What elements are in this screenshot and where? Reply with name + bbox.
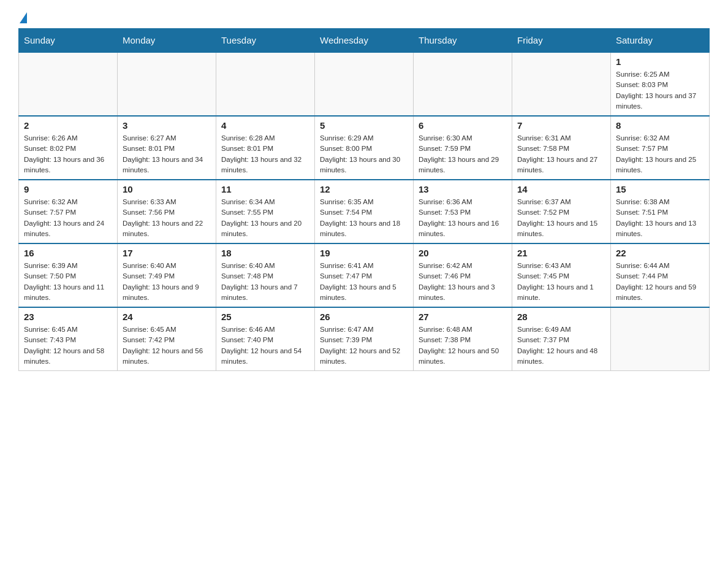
- calendar-cell: 19Sunrise: 6:41 AM Sunset: 7:47 PM Dayli…: [315, 243, 414, 307]
- calendar-cell: 1Sunrise: 6:25 AM Sunset: 8:03 PM Daylig…: [611, 52, 710, 116]
- day-info: Sunrise: 6:32 AM Sunset: 7:57 PM Dayligh…: [616, 133, 704, 175]
- day-number: 19: [320, 248, 408, 258]
- page-header: [18, 12, 710, 22]
- day-info: Sunrise: 6:34 AM Sunset: 7:55 PM Dayligh…: [221, 197, 309, 239]
- day-info: Sunrise: 6:40 AM Sunset: 7:49 PM Dayligh…: [123, 261, 211, 303]
- day-info: Sunrise: 6:46 AM Sunset: 7:40 PM Dayligh…: [221, 324, 309, 367]
- day-info: Sunrise: 6:28 AM Sunset: 8:01 PM Dayligh…: [221, 133, 309, 175]
- day-number: 13: [419, 184, 507, 194]
- day-number: 20: [419, 248, 507, 258]
- day-header-wednesday: Wednesday: [315, 29, 414, 53]
- day-header-saturday: Saturday: [611, 29, 710, 53]
- calendar-cell: 21Sunrise: 6:43 AM Sunset: 7:45 PM Dayli…: [512, 243, 611, 307]
- day-number: 23: [24, 312, 112, 322]
- calendar-cell: 22Sunrise: 6:44 AM Sunset: 7:44 PM Dayli…: [611, 243, 710, 307]
- day-info: Sunrise: 6:45 AM Sunset: 7:42 PM Dayligh…: [123, 324, 211, 367]
- day-header-monday: Monday: [118, 29, 216, 53]
- day-info: Sunrise: 6:35 AM Sunset: 7:54 PM Dayligh…: [320, 197, 408, 239]
- calendar-cell: 7Sunrise: 6:31 AM Sunset: 7:58 PM Daylig…: [512, 116, 611, 180]
- day-number: 6: [419, 120, 507, 131]
- calendar-cell: [512, 52, 611, 116]
- calendar-cell: 8Sunrise: 6:32 AM Sunset: 7:57 PM Daylig…: [611, 116, 710, 180]
- day-number: 7: [517, 120, 605, 131]
- day-number: 11: [221, 184, 309, 194]
- calendar-week-5: 23Sunrise: 6:45 AM Sunset: 7:43 PM Dayli…: [19, 307, 710, 371]
- day-number: 8: [616, 120, 704, 131]
- day-info: Sunrise: 6:26 AM Sunset: 8:02 PM Dayligh…: [24, 133, 112, 175]
- calendar-cell: 4Sunrise: 6:28 AM Sunset: 8:01 PM Daylig…: [216, 116, 315, 180]
- day-info: Sunrise: 6:48 AM Sunset: 7:38 PM Dayligh…: [419, 324, 507, 367]
- calendar-cell: 27Sunrise: 6:48 AM Sunset: 7:38 PM Dayli…: [414, 307, 512, 371]
- calendar-cell: 28Sunrise: 6:49 AM Sunset: 7:37 PM Dayli…: [512, 307, 611, 371]
- calendar-cell: 12Sunrise: 6:35 AM Sunset: 7:54 PM Dayli…: [315, 180, 414, 243]
- day-info: Sunrise: 6:32 AM Sunset: 7:57 PM Dayligh…: [24, 197, 112, 239]
- day-info: Sunrise: 6:37 AM Sunset: 7:52 PM Dayligh…: [517, 197, 605, 239]
- calendar-week-2: 2Sunrise: 6:26 AM Sunset: 8:02 PM Daylig…: [19, 116, 710, 180]
- calendar-cell: 25Sunrise: 6:46 AM Sunset: 7:40 PM Dayli…: [216, 307, 315, 371]
- day-header-tuesday: Tuesday: [216, 29, 315, 53]
- day-number: 12: [320, 184, 408, 194]
- day-number: 9: [24, 184, 112, 194]
- day-header-sunday: Sunday: [19, 29, 118, 53]
- calendar-cell: 10Sunrise: 6:33 AM Sunset: 7:56 PM Dayli…: [118, 180, 216, 243]
- day-header-friday: Friday: [512, 29, 611, 53]
- calendar-cell: 18Sunrise: 6:40 AM Sunset: 7:48 PM Dayli…: [216, 243, 315, 307]
- calendar-cell: 23Sunrise: 6:45 AM Sunset: 7:43 PM Dayli…: [19, 307, 118, 371]
- calendar-cell: 9Sunrise: 6:32 AM Sunset: 7:57 PM Daylig…: [19, 180, 118, 243]
- day-number: 15: [616, 184, 704, 194]
- day-number: 24: [123, 312, 211, 322]
- day-header-thursday: Thursday: [414, 29, 512, 53]
- calendar-cell: 2Sunrise: 6:26 AM Sunset: 8:02 PM Daylig…: [19, 116, 118, 180]
- day-number: 28: [517, 312, 605, 322]
- day-info: Sunrise: 6:33 AM Sunset: 7:56 PM Dayligh…: [123, 197, 211, 239]
- calendar-cell: 26Sunrise: 6:47 AM Sunset: 7:39 PM Dayli…: [315, 307, 414, 371]
- day-info: Sunrise: 6:39 AM Sunset: 7:50 PM Dayligh…: [24, 261, 112, 303]
- day-number: 22: [616, 248, 704, 258]
- calendar-cell: 5Sunrise: 6:29 AM Sunset: 8:00 PM Daylig…: [315, 116, 414, 180]
- day-info: Sunrise: 6:36 AM Sunset: 7:53 PM Dayligh…: [419, 197, 507, 239]
- calendar-cell: [611, 307, 710, 371]
- day-number: 10: [123, 184, 211, 194]
- day-info: Sunrise: 6:25 AM Sunset: 8:03 PM Dayligh…: [616, 69, 704, 112]
- day-info: Sunrise: 6:27 AM Sunset: 8:01 PM Dayligh…: [123, 133, 211, 175]
- calendar-cell: [216, 52, 315, 116]
- day-info: Sunrise: 6:29 AM Sunset: 8:00 PM Dayligh…: [320, 133, 408, 175]
- day-info: Sunrise: 6:49 AM Sunset: 7:37 PM Dayligh…: [517, 324, 605, 367]
- calendar-cell: 3Sunrise: 6:27 AM Sunset: 8:01 PM Daylig…: [118, 116, 216, 180]
- day-number: 2: [24, 120, 112, 131]
- calendar-week-3: 9Sunrise: 6:32 AM Sunset: 7:57 PM Daylig…: [19, 180, 710, 243]
- calendar-cell: [315, 52, 414, 116]
- day-number: 14: [517, 184, 605, 194]
- day-number: 16: [24, 248, 112, 258]
- calendar-week-1: 1Sunrise: 6:25 AM Sunset: 8:03 PM Daylig…: [19, 52, 710, 116]
- calendar-cell: [19, 52, 118, 116]
- day-info: Sunrise: 6:42 AM Sunset: 7:46 PM Dayligh…: [419, 261, 507, 303]
- logo: [18, 12, 28, 22]
- day-info: Sunrise: 6:43 AM Sunset: 7:45 PM Dayligh…: [517, 261, 605, 303]
- day-number: 25: [221, 312, 309, 322]
- calendar-header-row: SundayMondayTuesdayWednesdayThursdayFrid…: [19, 29, 710, 53]
- day-info: Sunrise: 6:38 AM Sunset: 7:51 PM Dayligh…: [616, 197, 704, 239]
- calendar-cell: 24Sunrise: 6:45 AM Sunset: 7:42 PM Dayli…: [118, 307, 216, 371]
- day-number: 17: [123, 248, 211, 258]
- day-info: Sunrise: 6:30 AM Sunset: 7:59 PM Dayligh…: [419, 133, 507, 175]
- day-number: 5: [320, 120, 408, 131]
- calendar-cell: 14Sunrise: 6:37 AM Sunset: 7:52 PM Dayli…: [512, 180, 611, 243]
- day-info: Sunrise: 6:45 AM Sunset: 7:43 PM Dayligh…: [24, 324, 112, 367]
- calendar-cell: 15Sunrise: 6:38 AM Sunset: 7:51 PM Dayli…: [611, 180, 710, 243]
- logo-triangle-icon: [20, 12, 27, 23]
- day-number: 1: [616, 56, 704, 67]
- day-info: Sunrise: 6:31 AM Sunset: 7:58 PM Dayligh…: [517, 133, 605, 175]
- day-info: Sunrise: 6:47 AM Sunset: 7:39 PM Dayligh…: [320, 324, 408, 367]
- day-number: 21: [517, 248, 605, 258]
- calendar-cell: 17Sunrise: 6:40 AM Sunset: 7:49 PM Dayli…: [118, 243, 216, 307]
- calendar-cell: 16Sunrise: 6:39 AM Sunset: 7:50 PM Dayli…: [19, 243, 118, 307]
- calendar-cell: [414, 52, 512, 116]
- day-info: Sunrise: 6:44 AM Sunset: 7:44 PM Dayligh…: [616, 261, 704, 303]
- calendar-week-4: 16Sunrise: 6:39 AM Sunset: 7:50 PM Dayli…: [19, 243, 710, 307]
- calendar-cell: 6Sunrise: 6:30 AM Sunset: 7:59 PM Daylig…: [414, 116, 512, 180]
- calendar-cell: 11Sunrise: 6:34 AM Sunset: 7:55 PM Dayli…: [216, 180, 315, 243]
- day-number: 4: [221, 120, 309, 131]
- calendar-table: SundayMondayTuesdayWednesdayThursdayFrid…: [18, 28, 710, 371]
- calendar-cell: [118, 52, 216, 116]
